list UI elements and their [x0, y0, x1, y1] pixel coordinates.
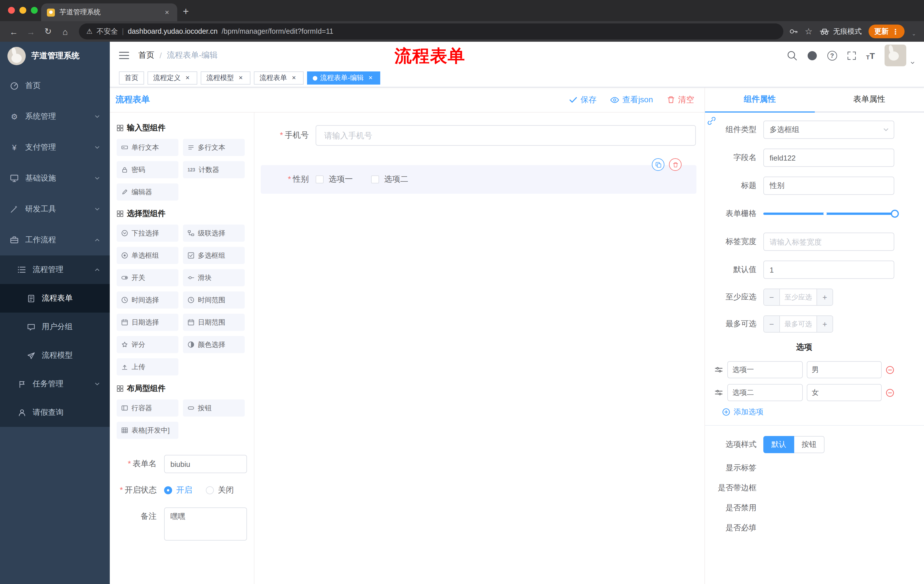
sidebar-item-user-group[interactable]: 用户分组 — [0, 313, 110, 341]
drag-handle-icon[interactable] — [714, 365, 723, 374]
tab-form-props[interactable]: 表单属性 — [815, 87, 924, 112]
chip-date-picker[interactable]: 日期选择 — [117, 314, 178, 331]
chip-select[interactable]: 下拉选择 — [117, 225, 178, 242]
tab-component-props[interactable]: 组件属性 — [705, 87, 815, 112]
remove-option-button[interactable] — [886, 388, 894, 397]
tag-close-icon[interactable]: × — [183, 74, 191, 82]
chip-table[interactable]: 表格[开发中] — [117, 422, 178, 439]
slider-handle[interactable] — [891, 210, 899, 218]
chip-date-range[interactable]: 日期范围 — [183, 314, 245, 331]
home-icon[interactable]: ⌂ — [57, 23, 73, 39]
option-label-input[interactable] — [727, 384, 802, 401]
label-width-input[interactable] — [763, 233, 894, 251]
tag-process-definition[interactable]: 流程定义× — [147, 71, 197, 85]
chip-upload[interactable]: 上传 — [117, 358, 178, 375]
max-count-value[interactable]: 最多可选 — [780, 316, 817, 332]
link-icon[interactable] — [707, 116, 716, 126]
tab-close-icon[interactable]: × — [162, 8, 172, 16]
update-button[interactable]: 更新 ⋮ — [868, 25, 905, 38]
chevron-down-icon[interactable]: ⌄ — [912, 31, 916, 36]
default-value-input[interactable] — [763, 261, 894, 279]
browser-tab[interactable]: 芋道管理系统 × — [41, 3, 177, 21]
delete-component-button[interactable] — [669, 158, 681, 171]
style-default-button[interactable]: 默认 — [763, 436, 794, 453]
increment-button[interactable]: + — [817, 316, 833, 332]
decrement-button[interactable]: − — [764, 289, 780, 305]
save-button[interactable]: 保存 — [569, 95, 597, 105]
url-bar[interactable]: ⚠ 不安全 | dashboard.yudao.iocoder.cn/bpm/m… — [79, 23, 783, 39]
sidebar-item-infrastructure[interactable]: 基础设施 — [0, 163, 110, 194]
breadcrumb-home[interactable]: 首页 — [139, 50, 154, 61]
tag-close-icon[interactable]: × — [290, 74, 298, 82]
sidebar-item-home[interactable]: 首页 — [0, 70, 110, 101]
style-button-button[interactable]: 按钮 — [794, 436, 825, 453]
new-tab-button[interactable]: + — [177, 3, 195, 20]
tag-process-model[interactable]: 流程模型× — [201, 71, 251, 85]
search-icon[interactable] — [787, 50, 797, 61]
chip-cascader[interactable]: 级联选择 — [183, 225, 245, 242]
tag-process-form[interactable]: 流程表单× — [254, 71, 304, 85]
close-window-button[interactable] — [8, 7, 15, 14]
min-count-value[interactable]: 至少应选 — [780, 289, 817, 305]
view-json-button[interactable]: 查看json — [610, 95, 653, 105]
status-off-radio[interactable]: 关闭 — [206, 485, 234, 495]
grid-slider[interactable] — [763, 204, 894, 223]
help-icon[interactable]: ? — [827, 51, 837, 60]
clear-button[interactable]: 清空 — [667, 95, 694, 105]
forward-icon[interactable]: → — [23, 23, 39, 39]
chip-textarea[interactable]: 多行文本 — [183, 139, 245, 156]
reload-icon[interactable]: ↻ — [40, 23, 56, 39]
add-option-button[interactable]: 添加选项 — [722, 407, 894, 417]
chip-color-picker[interactable]: 颜色选择 — [183, 336, 245, 353]
chip-checkbox-group[interactable]: 多选框组 — [183, 247, 245, 264]
sidebar-item-task-management[interactable]: 任务管理 — [0, 370, 110, 398]
chip-time-range[interactable]: 时间范围 — [183, 291, 245, 309]
field-name-input[interactable] — [763, 148, 894, 167]
remark-textarea[interactable]: 嘿嘿 — [164, 507, 247, 541]
github-icon[interactable] — [807, 50, 817, 61]
sidebar-logo[interactable]: 芋道管理系统 — [0, 42, 110, 70]
chip-password[interactable]: 密码 — [117, 161, 178, 178]
sidebar-item-process-model[interactable]: 流程模型 — [0, 341, 110, 370]
key-icon[interactable] — [789, 27, 798, 36]
remove-option-button[interactable] — [886, 365, 894, 374]
gender-field-row[interactable]: *性别 选项一 选项二 — [261, 165, 696, 194]
form-name-input[interactable] — [164, 455, 247, 473]
increment-button[interactable]: + — [817, 289, 833, 305]
chip-row-container[interactable]: 行容器 — [117, 400, 178, 416]
sidebar-item-devtools[interactable]: 研发工具 — [0, 194, 110, 225]
tag-close-icon[interactable]: × — [366, 74, 375, 82]
status-on-radio[interactable]: 开启 — [164, 485, 192, 495]
gender-option-2-checkbox[interactable]: 选项二 — [371, 174, 408, 184]
chip-editor[interactable]: 编辑器 — [117, 183, 178, 201]
copy-component-button[interactable] — [652, 158, 664, 171]
sidebar-item-payment[interactable]: ¥ 支付管理 — [0, 132, 110, 163]
sidebar-item-system[interactable]: ⚙ 系统管理 — [0, 101, 110, 132]
sidebar-item-workflow[interactable]: 工作流程 — [0, 225, 110, 255]
drag-handle-icon[interactable] — [714, 388, 723, 397]
option-value-input[interactable] — [807, 384, 882, 401]
sidebar-item-process-management[interactable]: 流程管理 — [0, 255, 110, 284]
chip-slider[interactable]: 滑块 — [183, 269, 245, 286]
tag-process-form-edit[interactable]: 流程表单-编辑× — [307, 71, 380, 85]
maximize-window-button[interactable] — [31, 7, 38, 14]
option-value-input[interactable] — [807, 361, 882, 378]
sidebar-item-leave-query[interactable]: 请假查询 — [0, 398, 110, 427]
fullscreen-icon[interactable] — [846, 51, 856, 60]
chip-switch[interactable]: 开关 — [117, 269, 178, 286]
chip-button[interactable]: 按钮 — [183, 400, 245, 416]
tag-close-icon[interactable]: × — [237, 74, 245, 82]
tag-home[interactable]: 首页 — [119, 71, 144, 85]
phone-input[interactable] — [316, 125, 696, 146]
phone-field-row[interactable]: *手机号 — [261, 118, 696, 153]
chip-input-text[interactable]: 单行文本 — [117, 139, 178, 156]
chip-counter[interactable]: 123计数器 — [183, 161, 245, 178]
title-input[interactable] — [763, 176, 894, 195]
component-type-select[interactable] — [763, 120, 894, 139]
gender-option-1-checkbox[interactable]: 选项一 — [316, 174, 353, 184]
chip-radio-group[interactable]: 单选框组 — [117, 247, 178, 264]
hamburger-icon[interactable] — [119, 51, 129, 60]
sidebar-item-process-form[interactable]: 流程表单 — [0, 284, 110, 313]
minimize-window-button[interactable] — [20, 7, 26, 14]
back-icon[interactable]: ← — [6, 23, 22, 39]
